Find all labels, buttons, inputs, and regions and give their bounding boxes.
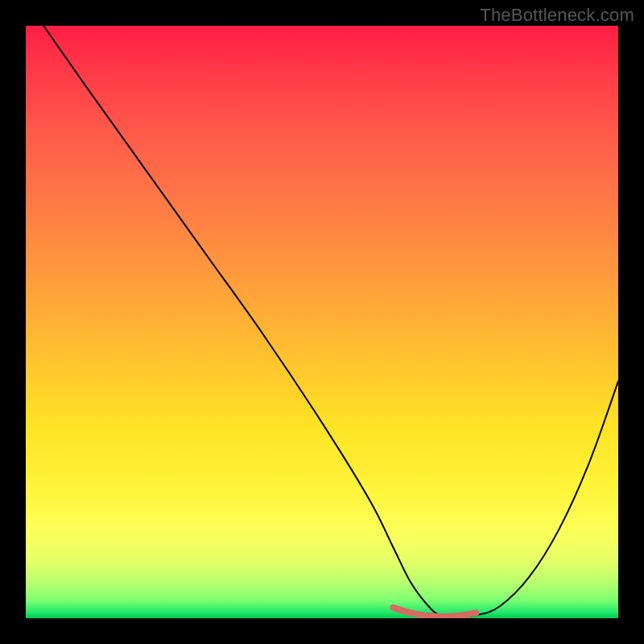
watermark-text: TheBottleneck.com [480,5,634,26]
chart-svg [26,26,618,618]
plot-area [26,26,618,618]
chart-container: TheBottleneck.com [0,0,644,644]
main-curve [43,26,618,617]
